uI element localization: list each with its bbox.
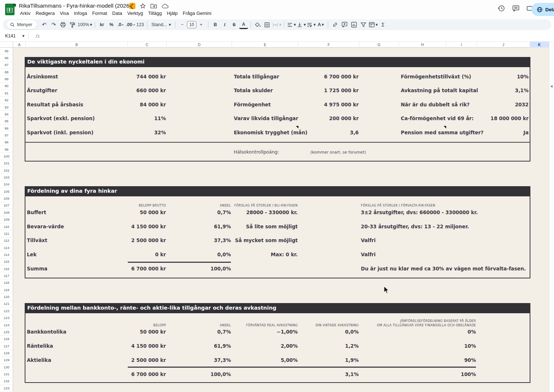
col-header-benchmark-1[interactable]: JÄMFÖRELSEFÖRDELNING BASERAT PÅ ÅLDER [367,319,476,323]
cell-asset-share[interactable]: 37,3% [214,357,231,364]
row-header-91[interactable]: 91 [0,90,13,97]
cell-label[interactable]: Sparkvot (exkl. pension) [27,115,95,122]
cell-bucket-name[interactable]: Buffert [27,209,46,216]
column-header-F[interactable]: F [298,42,359,48]
column-header-A[interactable]: A [13,42,26,48]
row-header-86[interactable]: 86 [0,54,13,61]
row-header-95[interactable]: 95 [0,118,13,125]
create-filter-button[interactable] [359,20,368,29]
row-header-88[interactable]: 88 [0,69,13,75]
row-header-94[interactable]: 94 [0,111,13,118]
cell-bucket-name[interactable]: Tillväxt [27,237,47,244]
cell-label[interactable]: Sparkvot (inkl. pension) [27,129,93,136]
cell-label[interactable]: Förmögenhetstillväxt (%) [401,73,471,80]
row-header-113[interactable]: 113 [0,244,13,251]
increase-font-size-button[interactable]: + [197,20,205,29]
row-header-108[interactable]: 108 [0,209,13,216]
cell-asset-name[interactable]: Räntelika [27,343,53,350]
row-header-106[interactable]: 106 [0,195,13,202]
cell-asset-amount[interactable]: 4 150 000 kr [131,343,166,350]
cell-value[interactable]: 84 000 kr [140,101,166,108]
column-header-I[interactable]: I [446,42,477,48]
cell-label[interactable]: Årsutgifter [27,87,57,94]
row-header-130[interactable]: 130 [0,364,13,371]
cell-total-benchmark[interactable]: 100% [461,371,476,378]
row-header-115[interactable]: 115 [0,258,13,265]
font-size-input[interactable]: 10 [187,21,196,28]
cell-asset-name[interactable]: Aktielika [27,357,51,364]
zoom-select[interactable]: 100%▼ [78,20,92,29]
column-header-K[interactable]: K [530,42,549,48]
row-header-125[interactable]: 125 [0,328,13,335]
share-button[interactable]: Dela [531,3,554,16]
scroll-arrow-icon[interactable] [550,85,553,88]
cell-asset-name[interactable]: Bankkontolika [27,328,66,335]
cell-asset-expected[interactable]: 5,00% [281,357,298,364]
row-header-123[interactable]: 123 [0,314,13,321]
row-header-107[interactable]: 107 [0,202,13,209]
star-icon[interactable] [140,3,146,9]
col-header-viktad[interactable]: DIN VIKTADE AVKASTNING [286,323,359,327]
cell-value[interactable]: 1 725 000 kr [324,87,359,94]
paint-format-button[interactable] [68,20,77,29]
format-percent-button[interactable]: % [107,20,116,29]
cell-value[interactable]: 11% [154,115,166,122]
col-header-belopp-brutto[interactable]: BELOPP BRUTTO [93,203,166,208]
undo-button[interactable]: ↶ [40,20,49,29]
borders-button[interactable] [263,20,272,29]
column-header-H[interactable]: H [399,42,446,48]
table-views-button[interactable]: ▼ [368,20,378,29]
cell-label[interactable]: När är du dubbelt så rik? [401,101,470,108]
cell-asset-share[interactable]: 0,7% [217,328,231,335]
row-header-118[interactable]: 118 [0,279,13,286]
row-header-114[interactable]: 114 [0,251,13,258]
cell-asset-weighted[interactable]: 1,2% [345,343,359,350]
row-header-131[interactable]: 131 [0,371,13,377]
cell-bucket-share[interactable]: 0,7% [217,209,231,216]
col-header-bli-rik[interactable]: FÖRSLAG PÅ STORLEK I BLI-RIK-FASEN [203,203,298,208]
merge-cells-button[interactable]: ▼ [272,20,281,29]
column-header-E[interactable]: E [232,42,298,48]
cell-value[interactable]: 6 700 000 kr [324,73,359,80]
cell-value[interactable]: 10% [517,73,529,80]
text-wrap-button[interactable]: ▼ [306,20,315,29]
row-header-111[interactable]: 111 [0,230,13,237]
cell-total-share[interactable]: 100,0% [211,371,231,378]
row-header-126[interactable]: 126 [0,336,13,343]
menu-arkiv[interactable]: Arkiv [17,9,33,17]
cell-label[interactable]: Ca-förmögenhet vid 69 år: [401,115,474,122]
column-header-D[interactable]: D [167,42,232,48]
menu-visa[interactable]: Visa [57,9,72,17]
row-header-127[interactable]: 127 [0,343,13,350]
menu-data[interactable]: Data [110,9,125,17]
cell-value[interactable]: 4 975 000 kr [324,101,359,108]
row-header-133[interactable]: 133 [0,385,13,392]
cell-value[interactable]: Ja [524,129,529,136]
row-header-99[interactable]: 99 [0,146,13,153]
cell-bucket-get-rich[interactable]: Så mycket som möjligt [235,237,298,244]
col-header-belopp[interactable]: BELOPP [93,323,166,327]
cell-value[interactable]: 200 000 kr [329,115,359,122]
text-rotation-button[interactable]: A▼ [317,20,325,29]
cell-progress-note[interactable]: Du är just nu klar med ca 30% av vägen m… [361,265,526,272]
format-currency-button[interactable]: kr [98,20,106,29]
menu-verktyg[interactable]: Verktyg [125,9,146,17]
increase-decimals-button[interactable]: .00→ [126,20,135,29]
row-header-129[interactable]: 129 [0,357,13,364]
decrease-decimals-button[interactable]: .0← [117,20,125,29]
cell-label[interactable]: Avkastning på totalt kapital [401,87,478,94]
section-buckets-header[interactable]: Fördelning av dina fyra hinkar [25,186,530,196]
sheets-logo-icon[interactable] [4,3,16,16]
cell-value[interactable]: 32% [154,129,166,136]
cell-bucket-manage-rich[interactable]: Valfri [361,251,376,258]
cell-bucket-manage-rich[interactable]: 3±2 årsutgifter, dvs: 660000 - 3300000 k… [361,209,478,216]
cell-value[interactable]: 3,6 [350,129,359,136]
menu-till-gg[interactable]: Tillägg [146,9,164,17]
row-header-124[interactable]: 124 [0,322,13,328]
cell-bucket-name[interactable]: Bevara-värde [27,223,64,230]
row-header-100[interactable]: 100 [0,153,13,160]
cell-label[interactable]: Totala tillgångar [234,73,279,80]
row-header-102[interactable]: 102 [0,167,13,174]
col-header-benchmark-2[interactable]: OM ALLA TILLGÅNGAR VORE FINANSIELLA OCH … [367,323,476,327]
cell-summa-share[interactable]: 100,0% [211,265,231,272]
